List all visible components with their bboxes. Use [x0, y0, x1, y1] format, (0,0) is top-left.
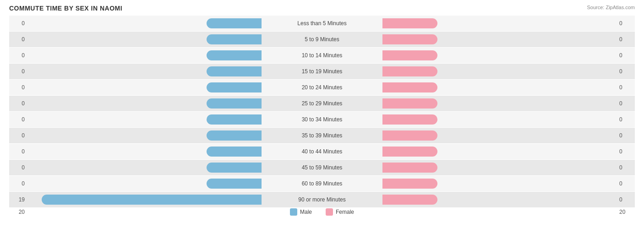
chart-row: 020 to 24 Minutes0 [9, 80, 635, 95]
male-bar [207, 114, 262, 125]
legend-male: Male [290, 208, 312, 216]
male-bar [207, 34, 262, 44]
row-label: 40 to 44 Minutes [262, 148, 382, 155]
male-bar-container [27, 130, 262, 141]
chart-row: 030 to 34 Minutes0 [9, 112, 635, 127]
male-bar-container [27, 179, 262, 189]
chart-row: 05 to 9 Minutes0 [9, 32, 635, 47]
female-bar-container [382, 163, 617, 173]
male-bar [207, 179, 262, 189]
bars-wrapper: 30 to 34 Minutes [27, 112, 617, 127]
male-bar [207, 147, 262, 157]
female-bar-container [382, 50, 617, 60]
row-male-value: 0 [9, 116, 27, 123]
row-label: 5 to 9 Minutes [262, 36, 382, 43]
row-male-value: 0 [9, 180, 27, 187]
female-bar [382, 34, 437, 44]
chart-title: COMMUTE TIME BY SEX IN NAOMI [9, 5, 635, 12]
row-female-value: 0 [617, 84, 635, 91]
male-bar-container [27, 114, 262, 125]
female-bar-container [382, 66, 617, 76]
female-bar [382, 82, 437, 92]
female-bar-container [382, 195, 617, 205]
row-female-value: 0 [617, 164, 635, 171]
chart-row: 025 to 29 Minutes0 [9, 96, 635, 111]
bars-wrapper: 25 to 29 Minutes [27, 96, 617, 111]
male-bar [207, 50, 262, 60]
female-bar [382, 163, 437, 173]
female-bar [382, 50, 437, 60]
chart-row: 060 to 89 Minutes0 [9, 176, 635, 191]
chart-container: COMMUTE TIME BY SEX IN NAOMI Source: Zip… [0, 0, 644, 239]
legend-area: Male Female [27, 208, 617, 216]
row-female-value: 0 [617, 20, 635, 27]
row-male-value: 0 [9, 84, 27, 91]
chart-row: 1990 or more Minutes0 [9, 192, 635, 207]
female-swatch [326, 208, 333, 216]
bars-wrapper: 5 to 9 Minutes [27, 32, 617, 47]
row-label: 45 to 59 Minutes [262, 164, 382, 171]
female-bar-container [382, 18, 617, 28]
male-bar-container [27, 66, 262, 76]
row-label: 25 to 29 Minutes [262, 100, 382, 107]
row-female-value: 0 [617, 100, 635, 107]
female-bar [382, 130, 437, 141]
row-male-value: 0 [9, 20, 27, 27]
row-male-value: 0 [9, 148, 27, 155]
male-bar [207, 163, 262, 173]
chart-row: 015 to 19 Minutes0 [9, 64, 635, 79]
row-female-value: 0 [617, 196, 635, 203]
female-bar-container [382, 179, 617, 189]
row-label: 60 to 89 Minutes [262, 180, 382, 187]
bars-wrapper: 35 to 39 Minutes [27, 128, 617, 143]
male-bar [207, 98, 262, 109]
row-label: 35 to 39 Minutes [262, 132, 382, 139]
row-label: 10 to 14 Minutes [262, 52, 382, 59]
female-bar-container [382, 82, 617, 92]
female-bar-container [382, 114, 617, 125]
male-bar [207, 18, 262, 28]
chart-row: 045 to 59 Minutes0 [9, 160, 635, 175]
male-bar [42, 195, 262, 205]
bars-wrapper: 90 or more Minutes [27, 192, 617, 207]
row-female-value: 0 [617, 148, 635, 155]
row-female-value: 0 [617, 180, 635, 187]
male-bar [207, 82, 262, 92]
male-bar-container [27, 18, 262, 28]
female-bar [382, 179, 437, 189]
row-label: Less than 5 Minutes [262, 20, 382, 27]
source-label: Source: ZipAtlas.com [587, 5, 635, 10]
bars-wrapper: 20 to 24 Minutes [27, 80, 617, 95]
chart-row: 0Less than 5 Minutes0 [9, 16, 635, 31]
row-male-value: 19 [9, 196, 27, 203]
bars-wrapper: Less than 5 Minutes [27, 16, 617, 31]
row-label: 15 to 19 Minutes [262, 68, 382, 75]
chart-row: 040 to 44 Minutes0 [9, 144, 635, 159]
bars-wrapper: 10 to 14 Minutes [27, 48, 617, 63]
chart-area: 0Less than 5 Minutes005 to 9 Minutes0010… [9, 16, 635, 206]
male-bar-container [27, 195, 262, 205]
male-bar-container [27, 34, 262, 44]
bars-wrapper: 60 to 89 Minutes [27, 176, 617, 191]
female-bar [382, 195, 437, 205]
row-male-value: 0 [9, 52, 27, 59]
female-bar [382, 147, 437, 157]
row-label: 20 to 24 Minutes [262, 84, 382, 91]
axis-row: 20 Male Female 20 [9, 208, 635, 216]
male-bar-container [27, 50, 262, 60]
male-bar [207, 66, 262, 76]
male-bar-container [27, 82, 262, 92]
female-bar-container [382, 130, 617, 141]
bars-wrapper: 40 to 44 Minutes [27, 144, 617, 159]
female-bar-container [382, 34, 617, 44]
row-male-value: 0 [9, 36, 27, 43]
row-label: 90 or more Minutes [262, 196, 382, 203]
row-male-value: 0 [9, 68, 27, 75]
female-bar [382, 18, 437, 28]
female-bar-container [382, 98, 617, 109]
axis-right-value: 20 [617, 209, 635, 215]
male-bar [207, 130, 262, 141]
chart-row: 010 to 14 Minutes0 [9, 48, 635, 63]
row-female-value: 0 [617, 36, 635, 43]
row-male-value: 0 [9, 100, 27, 107]
